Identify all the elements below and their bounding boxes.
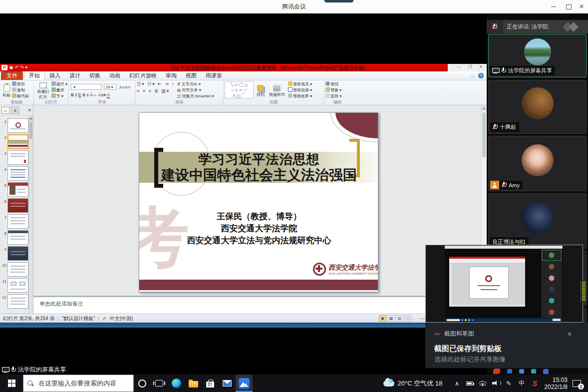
paste-button[interactable]: 粘贴 bbox=[1, 81, 12, 100]
mail-button[interactable] bbox=[219, 375, 236, 392]
speaker-icon[interactable] bbox=[489, 375, 502, 392]
cortana-button[interactable] bbox=[134, 375, 151, 392]
spellcheck-icon[interactable]: ✔ bbox=[102, 316, 106, 321]
status-language[interactable]: 中文(中国) bbox=[110, 315, 133, 322]
close-icon[interactable] bbox=[575, 0, 588, 13]
notification-title[interactable]: 截图已保存到剪贴板 bbox=[434, 344, 580, 354]
toast-close-icon[interactable]: ✕ bbox=[567, 331, 580, 338]
slide-thumb-8[interactable]: 8 bbox=[0, 230, 28, 245]
slide-title-line2[interactable]: 建设中国特色社会主义法治强国 bbox=[159, 166, 359, 185]
paragraph-dialog-launcher[interactable]: ⌟ bbox=[221, 101, 223, 105]
participant-tile-4[interactable]: 良正博法与81 bbox=[488, 193, 587, 249]
action-center-icon[interactable]: 1 bbox=[573, 380, 581, 387]
align-text-button[interactable]: ▤ 对齐文本 ▾ bbox=[177, 87, 214, 93]
view-buttons[interactable]: ▣ ▦ ▥ ▢ bbox=[379, 315, 412, 322]
store-button[interactable] bbox=[202, 375, 219, 392]
font-size-combo[interactable]: 28 ▾ bbox=[104, 84, 117, 90]
slide-org2[interactable]: 西安交通大学立法与党内法规研究中心 bbox=[149, 235, 369, 246]
slide-thumb-12[interactable]: 12 bbox=[0, 294, 28, 309]
meeting-app-button[interactable] bbox=[236, 375, 253, 392]
section-button[interactable]: 节 ▾ bbox=[51, 93, 67, 99]
tab-design[interactable]: 设计 bbox=[65, 71, 85, 80]
alignment-icons[interactable]: ≡ ≡ ≡ ≣ ▥▾ bbox=[137, 88, 175, 93]
layout-button[interactable]: 版式 ▾ bbox=[51, 81, 67, 87]
participant-tile-3[interactable]: Amy bbox=[488, 136, 587, 191]
ppt-maximize-icon[interactable]: ❐ bbox=[468, 64, 472, 69]
notes-pane[interactable]: 单击此处添加备注 bbox=[33, 296, 487, 314]
help-icon[interactable]: ? bbox=[478, 73, 484, 78]
slides-tab[interactable]: ▭ bbox=[1, 107, 9, 114]
shadow-button[interactable]: s bbox=[86, 92, 89, 97]
shape-fill-button[interactable]: 形状填充 ▾ bbox=[288, 81, 312, 87]
battery-icon[interactable] bbox=[463, 375, 476, 392]
undo-icon[interactable]: ↶ bbox=[15, 65, 19, 70]
reset-button[interactable]: 重设 bbox=[51, 87, 67, 93]
redo-icon[interactable]: ↷ bbox=[20, 65, 24, 70]
pen-icon[interactable]: ✎ bbox=[502, 375, 515, 392]
participant-tile-2[interactable]: 十腾起 bbox=[488, 80, 587, 134]
font-color-button[interactable]: A bbox=[107, 92, 110, 98]
shrink-font-icon[interactable]: A˅ bbox=[125, 85, 130, 90]
slide-thumb-1[interactable]: 1 bbox=[0, 118, 28, 133]
ime-indicator[interactable]: 中 bbox=[515, 375, 528, 392]
slide-thumb-6[interactable]: 6 bbox=[0, 198, 28, 213]
maximize-icon[interactable] bbox=[562, 0, 575, 13]
wifi-icon[interactable] bbox=[476, 375, 489, 392]
outline-tab[interactable]: ≣ bbox=[11, 107, 19, 114]
file-explorer-button[interactable] bbox=[185, 375, 202, 392]
tray-expand-icon[interactable]: ∧ bbox=[450, 375, 463, 392]
ppt-window-controls[interactable]: — ❐ ✕ bbox=[456, 64, 483, 69]
shapes-gallery[interactable]: ╲ ▭ ◯ △⌐ ◇ ⇨ ☆∧ { } ⌒ bbox=[225, 81, 254, 98]
taskbar-clock[interactable]: 15:03 2022/1/8 bbox=[544, 377, 568, 391]
char-spacing-icon[interactable]: A⇔ bbox=[90, 92, 97, 97]
sogou-icon[interactable]: S bbox=[528, 375, 541, 392]
screenshot-preview[interactable] bbox=[425, 245, 583, 323]
cut-button[interactable]: 剪切 bbox=[12, 81, 29, 87]
ppt-close-icon[interactable]: ✕ bbox=[479, 64, 483, 69]
copy-button[interactable]: 复制 bbox=[12, 87, 29, 93]
notification-subtitle[interactable]: 选择此处标记并共享图像 bbox=[434, 355, 580, 364]
slide-thumb-2[interactable]: 2 bbox=[0, 134, 28, 149]
underline-button[interactable]: U bbox=[78, 92, 82, 97]
slide-thumb-11[interactable]: 11 bbox=[0, 278, 28, 293]
tab-insert[interactable]: 插入 bbox=[45, 71, 65, 80]
select-button[interactable]: 选择 ▾ bbox=[325, 93, 349, 99]
ribbon-collapse-icon[interactable]: △ bbox=[471, 73, 474, 78]
list-indent-icons[interactable]: ☰▾ ☷▾ ⇤ ⇥ ↨ bbox=[137, 81, 175, 86]
bold-button[interactable]: B bbox=[71, 92, 74, 97]
slide-org1[interactable]: 西安交通大学法学院 bbox=[149, 223, 369, 234]
panel-scrollbar[interactable]: ▲ bbox=[28, 116, 33, 314]
font-dialog-launcher[interactable]: ⌟ bbox=[133, 101, 135, 105]
ppt-minimize-icon[interactable]: — bbox=[456, 64, 461, 69]
change-case-icon[interactable]: Aa▾ bbox=[98, 92, 106, 97]
tab-file[interactable]: 文件 bbox=[1, 71, 23, 80]
slide-thumb-7[interactable]: 7 bbox=[0, 214, 28, 229]
normal-view-icon[interactable]: ▣ bbox=[379, 315, 386, 322]
drawing-dialog-launcher[interactable]: ⌟ bbox=[322, 101, 323, 105]
task-view-button[interactable] bbox=[151, 375, 168, 392]
clipboard-dialog-launcher[interactable]: ⌟ bbox=[31, 101, 33, 105]
format-painter-button[interactable]: 格式刷 bbox=[12, 93, 29, 99]
participant-tile-1[interactable]: 法学院的屏幕共享 bbox=[488, 34, 587, 77]
sorter-view-icon[interactable]: ▦ bbox=[387, 315, 395, 322]
save-icon[interactable]: ▣ bbox=[9, 65, 13, 70]
slide-thumb-10[interactable]: 10 bbox=[0, 262, 28, 277]
font-name-combo[interactable]: ▾ bbox=[71, 84, 102, 90]
find-button[interactable]: 查找 bbox=[325, 81, 349, 87]
shape-effects-button[interactable]: 形状效果 ▾ bbox=[288, 93, 312, 99]
slideshow-view-icon[interactable]: ▢ bbox=[404, 315, 412, 322]
ribbon-collapse-help[interactable]: △ ? bbox=[471, 73, 484, 78]
shape-outline-button[interactable]: 形状轮廓 ▾ bbox=[288, 87, 312, 93]
quick-styles-button[interactable]: 快速样式 bbox=[268, 81, 287, 100]
strikethrough-button[interactable]: S bbox=[83, 92, 85, 97]
grow-font-icon[interactable]: A˄ bbox=[119, 85, 125, 90]
arrange-button[interactable]: 排列 bbox=[255, 81, 266, 100]
tab-slideshow[interactable]: 幻灯片放映 bbox=[125, 71, 161, 80]
tab-view[interactable]: 视图 bbox=[181, 71, 201, 80]
panel-close-icon[interactable]: ✕ bbox=[27, 108, 31, 113]
taskbar-search[interactable] bbox=[23, 375, 134, 392]
tab-home[interactable]: 开始 bbox=[24, 71, 45, 80]
start-button[interactable] bbox=[0, 375, 23, 392]
replace-button[interactable]: 替换 ▾ bbox=[325, 87, 349, 93]
weather-widget[interactable]: 20°C 空气优 18 bbox=[383, 379, 443, 388]
